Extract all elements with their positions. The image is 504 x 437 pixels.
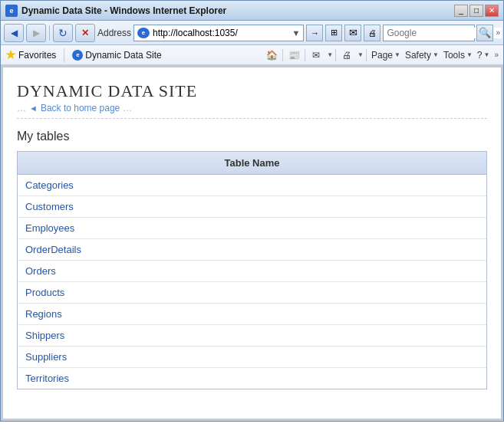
page-menu-button[interactable]: Page ▼ [371, 50, 400, 61]
table-row: OrderDetails [18, 239, 486, 261]
page-label: Page [371, 50, 393, 61]
back-to-home-link[interactable]: Back to home page [41, 103, 120, 113]
toolbar-icons-group: 🏠 📰 ✉ ▼ 🖨 ▼ [263, 48, 367, 63]
breadcrumb-dots-left: … [17, 103, 26, 113]
table-row: Suppliers [18, 347, 486, 368]
stop-button[interactable]: ✕ [75, 24, 95, 42]
icon-sep4 [366, 49, 367, 61]
table-link[interactable]: Categories [25, 179, 74, 191]
tab-ie-icon: e [72, 50, 83, 61]
table-link[interactable]: Suppliers [25, 351, 67, 363]
table-row: Employees [18, 218, 486, 239]
table-link[interactable]: OrderDetails [25, 244, 81, 255]
navigation-bar: ◀ ▶ ↻ ✕ Address e ▼ → ⊞ ✉ 🖨 🔍 [1, 21, 503, 45]
mail-icon-button[interactable]: ✉ [308, 48, 324, 63]
icon-sep2 [305, 49, 305, 61]
icon-sep3 [335, 49, 336, 61]
title-bar: e Dynamic Data Site - Windows Internet E… [1, 1, 503, 21]
table-row: Customers [18, 196, 486, 218]
toolbar-overflow-button[interactable]: » [496, 28, 500, 37]
table-link[interactable]: Territories [25, 373, 69, 384]
close-button[interactable]: ✕ [485, 5, 499, 17]
search-box[interactable] [383, 25, 475, 41]
tools-label: Tools [443, 50, 465, 61]
address-bar[interactable]: e ▼ [133, 25, 304, 41]
mail-button[interactable]: ✉ [344, 25, 361, 41]
tab-label: Dynamic Data Site [85, 50, 161, 61]
go-button[interactable]: → [306, 25, 323, 41]
window-title: Dynamic Data Site - Windows Internet Exp… [21, 5, 226, 16]
page-icon: e [137, 28, 150, 38]
table-row: Shippers [18, 325, 486, 347]
favorites-button[interactable]: Favorites [5, 50, 56, 61]
help-chevron-icon: ▼ [484, 51, 490, 58]
tables-table: Table Name CategoriesCustomersEmployeesO… [18, 152, 486, 389]
mail-dropdown-icon[interactable]: ▼ [327, 51, 333, 58]
menu-overflow-button[interactable]: » [494, 51, 499, 59]
window-controls: _ □ ✕ [454, 5, 499, 17]
current-tab[interactable]: e Dynamic Data Site [72, 50, 161, 61]
toolbar-right: 🏠 📰 ✉ ▼ 🖨 ▼ Page ▼ Safety ▼ Tools [263, 48, 499, 63]
breadcrumb-arrow-icon: ◄ [29, 104, 38, 113]
feeds-button[interactable]: ⊞ [325, 25, 342, 41]
favorites-bar: Favorites e Dynamic Data Site 🏠 📰 ✉ ▼ 🖨 … [1, 45, 503, 65]
ie-logo-icon: e [5, 5, 18, 17]
table-row: Territories [18, 368, 486, 389]
refresh-button[interactable]: ↻ [53, 24, 73, 42]
table-link[interactable]: Products [25, 287, 64, 298]
table-row: Products [18, 282, 486, 304]
print-icon-button[interactable]: 🖨 [338, 48, 355, 63]
search-icon: 🔍 [479, 27, 491, 38]
print-dropdown-icon[interactable]: ▼ [357, 51, 364, 58]
my-tables-heading: My tables [17, 130, 487, 143]
table-name-header: Table Name [18, 152, 486, 175]
url-input[interactable] [153, 28, 292, 38]
table-link[interactable]: Customers [25, 201, 74, 212]
safety-label: Safety [405, 50, 431, 61]
forward-button[interactable]: ▶ [26, 24, 46, 42]
search-container: 🔍 [383, 25, 493, 41]
address-label: Address [97, 28, 131, 38]
title-bar-left: e Dynamic Data Site - Windows Internet E… [5, 5, 226, 17]
nav-divider [49, 25, 50, 41]
tools-chevron-icon: ▼ [466, 51, 473, 58]
safety-menu-button[interactable]: Safety ▼ [405, 50, 439, 61]
breadcrumb-dots-right: … [123, 103, 132, 113]
icon-sep1 [282, 49, 283, 61]
help-button[interactable]: ? ▼ [477, 50, 490, 61]
fav-separator [64, 48, 64, 62]
back-button[interactable]: ◀ [4, 24, 24, 42]
table-link[interactable]: Employees [25, 222, 74, 234]
search-go-button[interactable]: 🔍 [476, 25, 493, 41]
minimize-button[interactable]: _ [454, 5, 468, 17]
table-link[interactable]: Orders [25, 265, 56, 277]
help-label: ? [477, 50, 483, 61]
home-icon-button[interactable]: 🏠 [263, 48, 280, 63]
breadcrumb: … ◄ Back to home page … [17, 103, 487, 119]
maximize-button[interactable]: □ [469, 5, 483, 17]
table-link[interactable]: Shippers [25, 330, 64, 341]
browser-window: e Dynamic Data Site - Windows Internet E… [0, 0, 504, 422]
tables-container: Table Name CategoriesCustomersEmployeesO… [17, 151, 487, 389]
page-content: Dynamic Data Site … ◄ Back to home page … [2, 67, 502, 419]
address-dropdown-icon[interactable]: ▼ [292, 28, 301, 38]
table-header-row: Table Name [18, 152, 486, 175]
print-button[interactable]: 🖨 [364, 25, 380, 41]
address-bar-container: Address e ▼ → ⊞ ✉ 🖨 [97, 25, 380, 41]
table-link[interactable]: Regions [25, 308, 62, 320]
favorites-label: Favorites [18, 50, 56, 61]
page-chevron-icon: ▼ [394, 51, 400, 58]
safety-chevron-icon: ▼ [433, 51, 439, 58]
table-row: Regions [18, 304, 486, 325]
content-area: Dynamic Data Site … ◄ Back to home page … [1, 65, 503, 421]
star-icon [5, 50, 16, 61]
table-row: Orders [18, 261, 486, 282]
feeds-icon-button[interactable]: 📰 [285, 48, 302, 63]
page-title: Dynamic Data Site [17, 75, 487, 101]
tools-menu-button[interactable]: Tools ▼ [443, 50, 473, 61]
table-row: Categories [18, 175, 486, 196]
